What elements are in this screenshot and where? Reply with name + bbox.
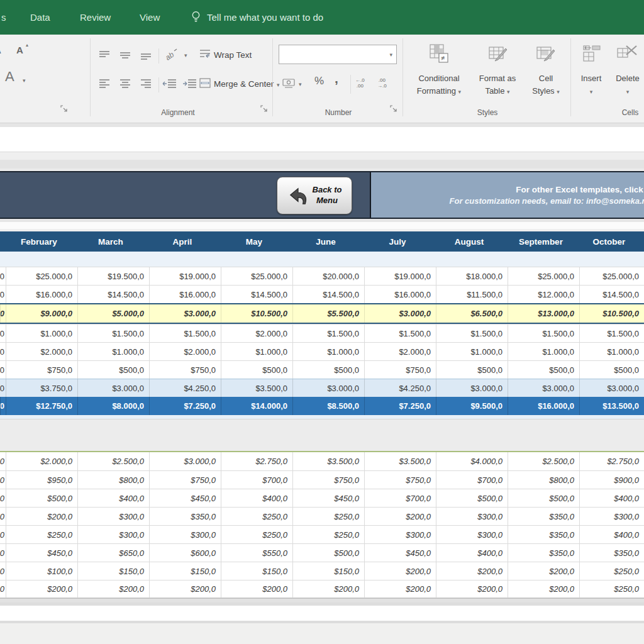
- table-cell[interactable]: $5.000,0: [77, 304, 149, 323]
- clipped-january-cell[interactable]: 0: [0, 562, 6, 580]
- table-cell[interactable]: $300,0: [149, 526, 221, 543]
- table-cell[interactable]: $500,0: [436, 361, 508, 379]
- table-cell[interactable]: $3.000,0: [149, 452, 221, 470]
- table-cell[interactable]: $750,0: [364, 471, 436, 489]
- table-cell[interactable]: $7.250,0: [364, 397, 436, 415]
- table-cell[interactable]: $500,0: [6, 489, 77, 507]
- table-cell[interactable]: $6.500,0: [436, 304, 508, 323]
- month-header-cell[interactable]: May: [221, 231, 292, 252]
- month-header-cell[interactable]: September: [508, 231, 579, 252]
- table-cell[interactable]: $200,0: [364, 562, 436, 580]
- table-cell[interactable]: $750,0: [6, 361, 77, 379]
- back-to-menu-button[interactable]: Back to Menu: [277, 177, 352, 214]
- table-cell[interactable]: $500,0: [579, 361, 644, 379]
- clipped-january-cell[interactable]: 0: [0, 397, 6, 415]
- table-cell[interactable]: $11.500,0: [436, 286, 508, 303]
- table-cell[interactable]: $350,0: [508, 526, 579, 543]
- table-cell[interactable]: $16.000,0: [6, 286, 77, 303]
- table-cell[interactable]: $14.500,0: [292, 286, 364, 303]
- table-cell[interactable]: $500,0: [77, 361, 149, 379]
- table-cell[interactable]: $1.000,0: [579, 343, 644, 360]
- table-cell[interactable]: $200,0: [364, 508, 436, 525]
- table-cell[interactable]: $19.000,0: [364, 267, 436, 285]
- number-format-select[interactable]: ▾: [279, 45, 397, 64]
- tab-formulas-partial[interactable]: s: [1, 0, 6, 35]
- alignment-dialog-launcher-icon[interactable]: [260, 105, 269, 114]
- table-cell[interactable]: $600,0: [149, 544, 221, 562]
- table-cell[interactable]: $3.000,0: [149, 304, 221, 323]
- table-cell[interactable]: $14.500,0: [77, 286, 149, 303]
- font-color-icon[interactable]: A: [5, 69, 14, 85]
- table-cell[interactable]: $16.000,0: [149, 286, 221, 303]
- table-cell[interactable]: $700,0: [436, 471, 508, 489]
- table-cell[interactable]: $300,0: [579, 508, 644, 525]
- table-cell[interactable]: $200,0: [364, 580, 436, 597]
- merge-center-button[interactable]: Merge & Center: [214, 79, 274, 89]
- table-cell[interactable]: $8.000,0: [77, 397, 149, 415]
- font-color-dropdown-icon[interactable]: ▾: [23, 77, 26, 84]
- tab-data[interactable]: Data: [30, 0, 50, 35]
- table-cell[interactable]: $450,0: [292, 489, 364, 507]
- table-cell[interactable]: $500,0: [221, 361, 292, 379]
- table-cell[interactable]: $1.500,0: [436, 325, 508, 342]
- table-cell[interactable]: $2.500,0: [77, 452, 149, 470]
- table-cell[interactable]: $200,0: [508, 580, 579, 597]
- table-cell[interactable]: $3.000,0: [77, 379, 149, 397]
- table-cell[interactable]: $250,0: [221, 508, 292, 525]
- table-cell[interactable]: $16.000,0: [508, 397, 579, 415]
- table-cell[interactable]: $200,0: [508, 562, 579, 580]
- clipped-january-cell[interactable]: 0: [0, 489, 6, 507]
- banner-info-line1[interactable]: For other Excel templates, click →: [371, 185, 644, 194]
- month-header-cell[interactable]: August: [436, 231, 508, 252]
- table-cell[interactable]: $300,0: [77, 508, 149, 525]
- table-cell[interactable]: $25.000,0: [6, 267, 77, 285]
- table-cell[interactable]: $25.000,0: [508, 267, 579, 285]
- table-cell[interactable]: $5.500,0: [292, 304, 364, 323]
- table-cell[interactable]: $200,0: [292, 580, 364, 597]
- accounting-dropdown-icon[interactable]: ▾: [299, 81, 302, 87]
- table-cell[interactable]: $10.500,0: [221, 304, 292, 323]
- table-cell[interactable]: $4.250,0: [364, 379, 436, 397]
- table-cell[interactable]: $200,0: [77, 580, 149, 597]
- table-cell[interactable]: $350,0: [508, 544, 579, 562]
- table-cell[interactable]: $20.000,0: [292, 267, 364, 285]
- align-left-icon[interactable]: [98, 79, 111, 89]
- table-cell[interactable]: $350,0: [508, 508, 579, 525]
- table-cell[interactable]: $2.000,0: [6, 452, 77, 470]
- table-cell[interactable]: $150,0: [77, 562, 149, 580]
- table-cell[interactable]: $9.500,0: [436, 397, 508, 415]
- spacer-row[interactable]: [0, 252, 644, 267]
- table-cell[interactable]: $13.500,0: [579, 397, 644, 415]
- table-cell[interactable]: $500,0: [292, 361, 364, 379]
- table-cell[interactable]: $4.000,0: [436, 452, 508, 470]
- table-cell[interactable]: $1.500,0: [508, 325, 579, 342]
- table-cell[interactable]: $18.000,0: [436, 267, 508, 285]
- table-cell[interactable]: $3.000,0: [364, 304, 436, 323]
- table-cell[interactable]: $350,0: [579, 544, 644, 562]
- table-cell[interactable]: $400,0: [579, 489, 644, 507]
- font-dialog-launcher-icon[interactable]: [60, 105, 69, 114]
- increase-indent-icon[interactable]: [182, 79, 197, 89]
- clipped-january-cell[interactable]: 0: [0, 580, 6, 597]
- table-cell[interactable]: $200,0: [436, 562, 508, 580]
- clipped-january-cell[interactable]: 0: [0, 267, 6, 285]
- clipped-january-cell[interactable]: 0: [0, 343, 6, 360]
- align-middle-icon[interactable]: [119, 50, 131, 60]
- table-cell[interactable]: $19.000,0: [149, 267, 221, 285]
- table-cell[interactable]: $1.500,0: [292, 325, 364, 342]
- table-cell[interactable]: $1.000,0: [6, 325, 77, 342]
- table-cell[interactable]: $750,0: [149, 361, 221, 379]
- table-cell[interactable]: $500,0: [508, 489, 579, 507]
- table-cell[interactable]: $200,0: [436, 580, 508, 597]
- table-cell[interactable]: $450,0: [364, 544, 436, 562]
- table-cell[interactable]: $750,0: [149, 471, 221, 489]
- month-header-cell[interactable]: June: [292, 231, 364, 252]
- percent-style-icon[interactable]: %: [314, 75, 324, 87]
- table-cell[interactable]: $900,0: [579, 471, 644, 489]
- table-cell[interactable]: $2.750,0: [579, 452, 644, 470]
- table-cell[interactable]: $7.250,0: [149, 397, 221, 415]
- comma-style-icon[interactable]: ,: [335, 71, 338, 86]
- shrink-font-icon[interactable]: A: [0, 45, 1, 55]
- table-cell[interactable]: $13.000,0: [508, 304, 579, 323]
- table-cell[interactable]: $250,0: [292, 508, 364, 525]
